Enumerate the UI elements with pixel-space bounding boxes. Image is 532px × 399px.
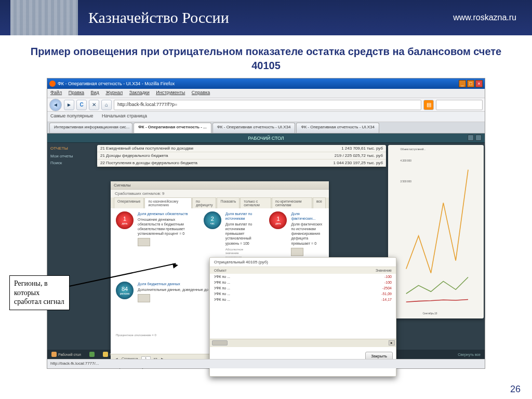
detail-row: УФК по ...-14,17 — [210, 297, 396, 302]
signals-title: Сигналы — [111, 181, 329, 190]
url-input[interactable]: http://back-fk.local:7777/f?p= — [114, 100, 421, 110]
browser-statusbar: http://back-fk.local:7777/... — [47, 359, 485, 368]
window-title: ФК - Оперативная отчетность - UI.X34 - M… — [58, 81, 175, 86]
detail-row: УФК по ...-100 — [210, 274, 396, 280]
data-table-panel: 21 Ежедневный объем поступлений по доход… — [97, 145, 386, 167]
chart-ytick: 3 500 000 — [401, 180, 412, 183]
app-header: РАБОЧИЙ СТОЛ — [47, 134, 485, 143]
detail-row: УФК по ...-2504 — [210, 285, 396, 291]
bottom-desktop[interactable]: Рабочий стол — [51, 352, 81, 357]
page-number: 26 — [510, 384, 521, 395]
tab-1[interactable]: ФК - Оперативная отчетность - ... — [134, 123, 211, 133]
tab-0[interactable]: Интерактивная информационная сис... — [49, 123, 132, 133]
window-titlebar: ФК - Оперативная отчетность - UI.X34 - M… — [47, 78, 485, 89]
menu-bookmarks[interactable]: Закладки — [129, 90, 150, 95]
sidebar-item-reports[interactable]: Мои отчеты — [50, 153, 92, 159]
data-row: 22 Поступления в доходы федерального бюд… — [97, 159, 386, 167]
detail-scrollbar[interactable]: ▸ — [210, 339, 396, 347]
detail-row: УФК по ...-100 — [210, 280, 396, 285]
badge-blue: 84региона — [116, 282, 134, 299]
sigtab-only[interactable]: только с сигналом — [240, 197, 271, 208]
detail-thead: Объект Значение — [210, 267, 396, 274]
data-row: 21 Ежедневный объем поступлений по доход… — [97, 145, 386, 152]
signals-tabs: Оперативные по казначейскому исполнению … — [111, 197, 329, 208]
menu-view[interactable]: Вид — [91, 90, 99, 95]
signal-card: 84региона Доля бюджетных данныхДополните… — [116, 282, 217, 302]
signal-card: 1день Доля денежных обязательствОтношени… — [116, 211, 188, 270]
bookmarks-bar: Самые популярные Начальная страница — [47, 112, 485, 122]
app-main: 21 Ежедневный объем поступлений по доход… — [95, 143, 485, 350]
back-button[interactable]: ◄ — [49, 99, 62, 111]
badge-blue: 2час — [204, 211, 221, 229]
stop-button[interactable]: ✕ — [89, 100, 99, 110]
app-sidebar: ОТЧЕТЫ Мои отчеты Поиск — [47, 143, 95, 350]
browser-menu[interactable]: Файл Правка Вид Журнал Закладки Инструме… — [47, 89, 485, 98]
slide-title: Пример оповещения при отрицательном пока… — [21, 45, 511, 73]
callout-arrow-icon — [172, 262, 179, 269]
sigtab-deficit[interactable]: по дефициту — [192, 197, 216, 208]
header-photo — [10, 0, 78, 35]
sigtab-all[interactable]: все — [313, 197, 326, 208]
menu-file[interactable]: Файл — [50, 90, 62, 95]
org-url: www.roskazna.ru — [453, 13, 516, 22]
forward-button[interactable]: ► — [64, 100, 74, 110]
menu-history[interactable]: Журнал — [105, 90, 123, 95]
data-row: 21 Доходы федерального бюджета219 / 225 … — [97, 152, 386, 159]
menu-help[interactable]: Справка — [192, 90, 210, 95]
badge-red: 1день — [269, 211, 287, 229]
reload-button[interactable]: C — [76, 100, 87, 110]
detail-title: Отрицательный 40105 (руб) — [210, 258, 396, 267]
chart-title: Объем поступлений... — [401, 148, 426, 151]
tab-2[interactable]: ФК - Оперативная отчетность - UI.X34 — [212, 123, 296, 133]
menu-edit[interactable]: Правка — [69, 90, 84, 95]
collapse-all[interactable]: Свернуть все — [458, 353, 481, 356]
tab-3[interactable]: ФК - Оперативная отчетность - UI.X34 — [296, 123, 379, 133]
sigtab-show-label: Показать — [217, 197, 240, 208]
browser-tabs: Интерактивная информационная сис... ФК -… — [47, 122, 485, 134]
sidebar-item-search[interactable]: Поиск — [50, 159, 92, 166]
chart-panel: Объем поступлений... 4 200 000 3 500 000… — [388, 145, 484, 318]
bookmark-popular[interactable]: Самые популярные — [50, 113, 93, 118]
badge-red: 1день — [116, 211, 134, 229]
minimize-button[interactable]: _ — [459, 80, 466, 87]
mini-chart-icon[interactable] — [138, 238, 150, 246]
maximize-button[interactable]: □ — [467, 80, 474, 87]
callout-box: Регионы, в которых сработал сигнал — [9, 275, 70, 310]
search-input[interactable] — [436, 100, 483, 110]
close-button[interactable]: × — [475, 80, 483, 87]
bookmark-start[interactable]: Начальная страница — [102, 113, 147, 118]
line-chart: Объем поступлений... 4 200 000 3 500 000… — [388, 145, 484, 318]
firefox-icon — [49, 81, 56, 87]
feed-icon[interactable]: ▤ — [423, 100, 434, 110]
home-button[interactable]: ⌂ — [101, 100, 112, 110]
mini-chart-icon[interactable] — [138, 294, 150, 302]
sidebar-heading: ОТЧЕТЫ — [50, 146, 92, 151]
org-title: Казначейство России — [88, 9, 453, 26]
mini-chart-icon[interactable] — [291, 248, 303, 256]
app-viewport: РАБОЧИЙ СТОЛ ОТЧЕТЫ Мои отчеты Поиск 21 … — [47, 134, 485, 359]
sigtab-kazn[interactable]: по казначейскому исполнению — [144, 197, 192, 208]
app-close-icon[interactable] — [475, 135, 482, 141]
sigtab-crit[interactable]: по критическим сигналам — [272, 197, 312, 208]
sigtab-oper[interactable]: Оперативные — [114, 197, 144, 208]
signals-count: Сработавших сигналов: 9 — [111, 190, 329, 197]
slide-header: Казначейство России www.roskazna.ru — [0, 0, 532, 35]
app-title: РАБОЧИЙ СТОЛ — [248, 136, 284, 141]
chart-ytick: 4 200 000 — [401, 159, 412, 162]
browser-screenshot: ФК - Оперативная отчетность - UI.X34 - M… — [47, 78, 485, 369]
browser-navbar: ◄ ► C ✕ ⌂ http://back-fk.local:7777/f?p=… — [47, 98, 485, 112]
bottom-item[interactable] — [89, 352, 95, 357]
scrollbar-thumb[interactable] — [212, 340, 228, 345]
chart-xlabel: Сентябрь.10 — [423, 312, 437, 315]
scroll-right-icon[interactable]: ▸ — [389, 340, 395, 345]
detail-row: УФК по ...-51,09 — [210, 291, 396, 297]
app-min-icon[interactable] — [468, 135, 474, 141]
menu-tools[interactable]: Инструменты — [156, 90, 185, 95]
